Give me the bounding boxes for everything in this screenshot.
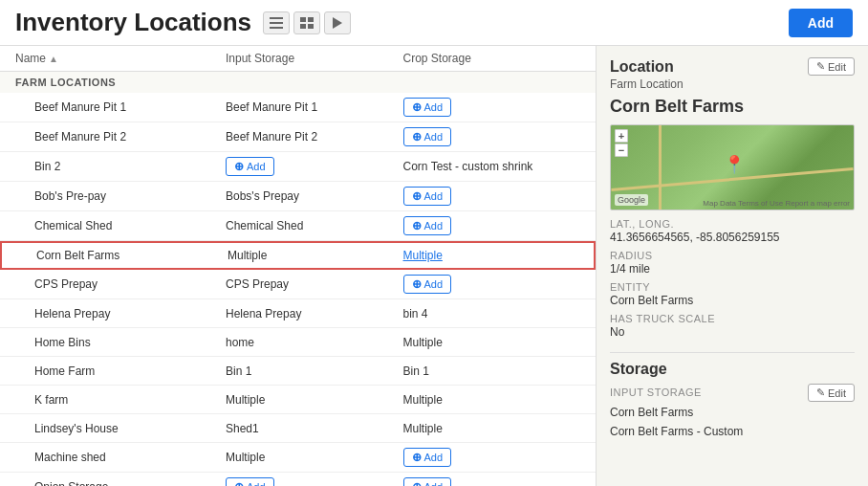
zoom-out-button[interactable]: − [615,144,628,157]
entity-label: ENTITY [610,281,855,293]
sort-icon: ▲ [49,54,58,64]
add-input-button[interactable]: ⊕ Add [226,157,274,176]
cell-input: Multiple [228,249,403,262]
map-container[interactable]: 📍 + − Google Map Data Terms of Use Repor… [610,124,855,210]
list-view-icon[interactable] [263,11,290,34]
table-row[interactable]: Helena PrepayHelena Prepaybin 4 [0,299,596,328]
table-section: Name ▲ Input Storage Crop Storage FARM L… [0,46,596,486]
cell-input[interactable]: ⊕ Add [226,477,403,486]
zoom-in-button[interactable]: + [615,129,628,143]
svg-marker-7 [333,17,342,29]
add-crop-button[interactable]: ⊕ Add [403,98,452,117]
cell-input: Multiple [226,393,403,407]
cell-name: Home Bins [15,336,226,349]
input-storage-group: INPUT STORAGE ✎ Edit Corn Belt Farms Cor… [610,384,855,438]
lat-long-value: 41.3656654565, -85.8056259155 [610,231,855,244]
location-title: Location ✎ Edit [610,57,855,76]
map-google-label: Google [615,194,648,206]
grid-view-icon[interactable] [293,11,320,34]
cell-name: Bin 2 [15,160,226,173]
truck-scale-value: No [610,325,855,339]
cell-name: Beef Manure Pit 2 [15,130,226,144]
map-road-v [659,125,662,210]
table-row[interactable]: Bin 2⊕ AddCorn Test - custom shrink [0,152,596,182]
location-edit-button[interactable]: ✎ Edit [808,57,855,76]
entity-value: Corn Belt Farms [610,294,855,307]
cell-input: CPS Prepay [226,277,403,291]
cell-name: Home Farm [15,364,226,378]
cell-name: Bob's Pre-pay [15,189,226,203]
cell-name: Onion Storage [15,480,226,486]
add-crop-button[interactable]: ⊕ Add [403,448,452,467]
table-row[interactable]: Chemical ShedChemical Shed⊕ Add [0,211,596,241]
farm-name: Corn Belt Farms [610,97,855,117]
table-row[interactable]: Lindsey's HouseShed1Multiple [0,414,596,443]
cell-input: Shed1 [226,422,403,435]
add-crop-button[interactable]: ⊕ Add [403,477,452,486]
table-row[interactable]: Machine shedMultiple⊕ Add [0,443,596,473]
cell-name: Chemical Shed [15,219,226,232]
header-icons [263,11,351,34]
section-label: FARM LOCATIONS [0,72,596,93]
svg-rect-3 [300,17,306,22]
right-panel: Location ✎ Edit Farm Location Corn Belt … [596,46,868,486]
header-left: Inventory Locations [15,8,351,37]
table-row[interactable]: Bob's Pre-payBobs's Prepay⊕ Add [0,182,596,211]
storage-section: Storage INPUT STORAGE ✎ Edit Corn Belt F… [610,361,855,438]
cell-crop[interactable]: ⊕ Add [403,448,581,467]
add-crop-button[interactable]: ⊕ Add [403,187,452,206]
cell-input: Beef Manure Pit 2 [226,130,403,144]
table-row[interactable]: Home BinshomeMultiple [0,328,596,357]
cell-name: CPS Prepay [15,277,226,291]
crop-link[interactable]: Multiple [403,249,443,262]
cell-name: K farm [15,393,226,407]
add-crop-button[interactable]: ⊕ Add [403,275,452,294]
cell-crop: Multiple [403,393,581,407]
cell-crop: bin 4 [403,307,581,320]
table-row[interactable]: Beef Manure Pit 1Beef Manure Pit 1⊕ Add [0,93,596,122]
radius-label: RADIUS [610,250,855,261]
table-row[interactable]: Corn Belt FarmsMultipleMultiple [0,241,596,270]
cell-crop[interactable]: ⊕ Add [403,98,581,117]
cell-name: Beef Manure Pit 1 [15,100,226,114]
add-crop-button[interactable]: ⊕ Add [403,216,452,235]
storage-title: Storage [610,361,855,378]
svg-rect-4 [308,17,314,22]
cell-crop[interactable]: ⊕ Add [403,275,581,294]
truck-scale-label: HAS TRUCK SCALE [610,313,855,324]
cell-input: Multiple [226,451,403,464]
edit-icon: ✎ [816,60,825,73]
add-button[interactable]: Add [789,9,853,37]
cell-name: Helena Prepay [15,307,226,320]
cell-crop[interactable]: Multiple [403,249,579,262]
svg-rect-5 [300,24,306,29]
storage-edit-icon: ✎ [816,387,825,399]
cell-input: Bobs's Prepay [226,189,403,203]
table-row[interactable]: Home FarmBin 1Bin 1 [0,357,596,386]
table-header: Name ▲ Input Storage Crop Storage [0,46,596,72]
cell-crop[interactable]: ⊕ Add [403,187,581,206]
input-storage-label: INPUT STORAGE [610,387,702,398]
cell-crop: Bin 1 [403,364,581,378]
table-row[interactable]: K farmMultipleMultiple [0,386,596,414]
svg-rect-1 [270,22,283,24]
table-row[interactable]: Onion Storage⊕ Add⊕ Add [0,473,596,486]
input-storage-value2: Corn Belt Farms - Custom [610,425,855,438]
add-crop-button[interactable]: ⊕ Add [403,127,452,146]
table-row[interactable]: Beef Manure Pit 2Beef Manure Pit 2⊕ Add [0,122,596,152]
radius-value: 1/4 mile [610,262,855,276]
svg-rect-6 [308,24,314,29]
table-row[interactable]: CPS PrepayCPS Prepay⊕ Add [0,270,596,299]
add-input-button[interactable]: ⊕ Add [226,477,274,486]
cell-crop: Corn Test - custom shrink [403,160,581,173]
lat-long-label: LAT., LONG. [610,218,855,230]
play-icon[interactable] [324,11,351,34]
cell-crop[interactable]: ⊕ Add [403,477,581,486]
map-pin: 📍 [724,154,745,175]
cell-crop[interactable]: ⊕ Add [403,216,581,235]
storage-edit-button[interactable]: ✎ Edit [808,384,855,402]
input-storage-value1: Corn Belt Farms [610,406,855,419]
cell-input[interactable]: ⊕ Add [226,157,403,176]
cell-crop[interactable]: ⊕ Add [403,127,581,146]
page-container: Inventory Locations Add Name [0,0,868,486]
